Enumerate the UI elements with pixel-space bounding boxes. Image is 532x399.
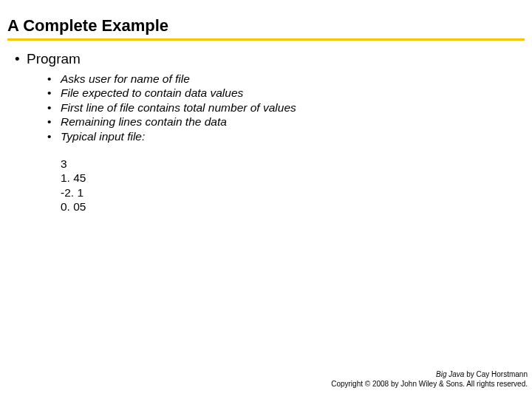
list-item: • File expected to contain data values <box>47 86 525 100</box>
footer-book-title: Big Java <box>436 370 464 378</box>
list-item: • Asks user for name of file <box>47 72 525 86</box>
list-item: • First line of file contains total numb… <box>47 100 525 115</box>
title-block: A Complete Example <box>0 0 532 41</box>
bullet-dot-icon: • <box>47 129 61 143</box>
bullet-dot-icon: • <box>47 115 61 129</box>
footer-copyright: Copyright © 2008 by John Wiley & Sons. A… <box>331 380 528 389</box>
main-bullet-text: Program <box>27 51 81 67</box>
bullet-dot-icon: • <box>47 86 61 100</box>
slide: A Complete Example • Program • Asks user… <box>0 0 532 399</box>
sub-bullet-text: First line of file contains total number… <box>61 100 296 115</box>
sub-bullet-text: File expected to contain data values <box>61 86 243 100</box>
footer-byline: by Cay Horstmann <box>464 370 528 378</box>
sub-bullet-text: Typical input file: <box>61 129 145 143</box>
sample-input-block: 3 1. 45 -2. 1 0. 05 <box>61 157 525 214</box>
list-item: • Remaining lines contain the data <box>47 115 525 129</box>
slide-content: • Program • Asks user for name of file •… <box>0 41 532 214</box>
footer: Big Java by Cay Horstmann Copyright © 20… <box>331 370 528 389</box>
code-line: -2. 1 <box>61 185 525 200</box>
code-line: 1. 45 <box>61 171 525 185</box>
sub-bullet-text: Remaining lines contain the data <box>61 115 227 129</box>
list-item: • Typical input file: <box>47 129 525 143</box>
bullet-dot-icon: • <box>15 51 27 67</box>
main-bullet: • Program <box>15 51 525 67</box>
bullet-dot-icon: • <box>47 100 61 115</box>
sub-bullet-text: Asks user for name of file <box>61 72 190 86</box>
code-line: 3 <box>61 157 525 171</box>
sub-bullet-list: • Asks user for name of file • File expe… <box>47 72 525 143</box>
code-line: 0. 05 <box>61 200 525 214</box>
bullet-dot-icon: • <box>47 72 61 86</box>
slide-title: A Complete Example <box>7 16 525 38</box>
footer-line-1: Big Java by Cay Horstmann <box>331 370 528 380</box>
